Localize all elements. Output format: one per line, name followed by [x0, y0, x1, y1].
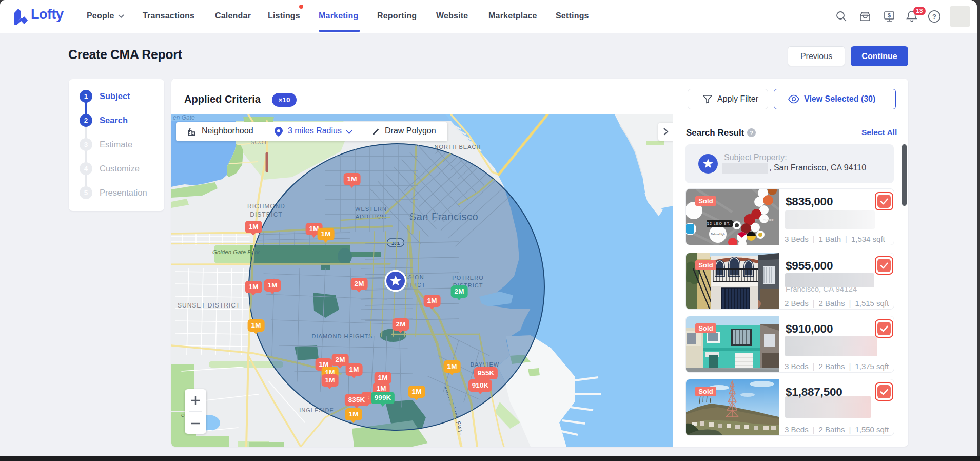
svg-text:NORTH BEACH: NORTH BEACH — [435, 144, 481, 150]
svg-text:?: ? — [750, 130, 753, 136]
svg-text:en Gate: en Gate — [173, 114, 195, 121]
svg-text:Balboa High: Balboa High — [711, 233, 724, 236]
svg-text:CLOSER: CLOSER — [763, 219, 774, 222]
svg-text:?: ? — [932, 13, 936, 21]
svg-text:SUNSET DISTRICT: SUNSET DISTRICT — [178, 302, 240, 309]
svg-text:$: $ — [888, 12, 891, 18]
svg-text:52 LEO ST.: 52 LEO ST. — [707, 222, 731, 225]
